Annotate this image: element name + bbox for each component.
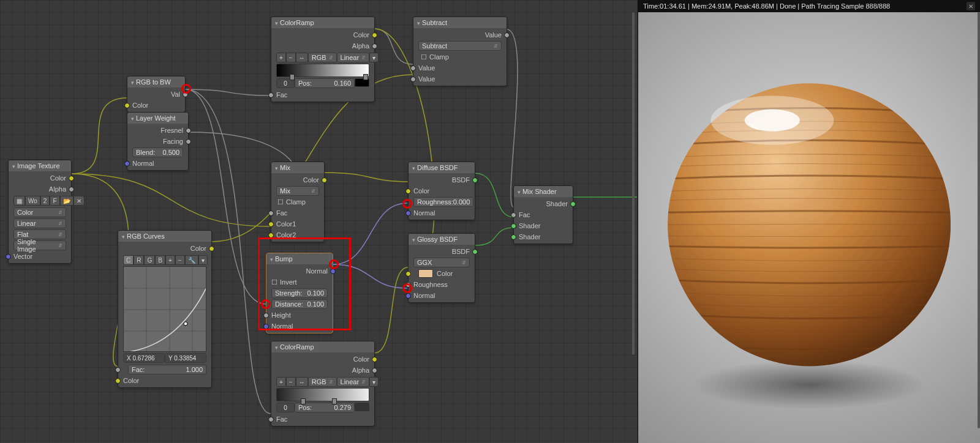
tab-c[interactable]: C (123, 255, 134, 265)
operation-select[interactable]: Subtract⇵ (418, 41, 502, 51)
curve-graph[interactable] (123, 266, 206, 352)
node-mix-shader[interactable]: Mix Shader Shader Fac Shader Shader (513, 185, 573, 244)
node-title[interactable]: Bump (266, 253, 333, 264)
node-title[interactable]: Mix Shader (514, 186, 573, 197)
ramp-mode-select[interactable]: RGB⇵ (308, 53, 337, 62)
distance-field[interactable]: Distance:0.100 (271, 299, 328, 309)
frame-mode-select[interactable]: Single Image⇵ (13, 240, 66, 250)
ramp-color-swatch[interactable] (355, 403, 369, 411)
interpolation-select[interactable]: Linear⇵ (13, 218, 66, 228)
input-normal: Normal (271, 322, 293, 330)
mix-mode-select[interactable]: Mix⇵ (276, 186, 319, 196)
node-diffuse-bsdf[interactable]: Diffuse BSDF BSDF Color Roughness:0.000 … (408, 162, 475, 220)
texture-fake-user[interactable]: F (50, 196, 59, 206)
output-color: Color (303, 176, 319, 184)
color-ramp-gradient[interactable] (276, 388, 369, 401)
texture-name[interactable]: Wo (25, 196, 40, 206)
tab-b[interactable]: B (155, 255, 165, 265)
close-icon[interactable]: ✕ (967, 2, 975, 10)
input-normal: Normal (413, 209, 435, 217)
clamp-checkbox[interactable]: Clamp (429, 53, 449, 61)
output-value: Value (485, 31, 502, 39)
clamp-checkbox[interactable]: Clamp (286, 198, 306, 206)
svg-point-8 (692, 360, 926, 409)
blend-field[interactable]: Blend:0.500 (132, 147, 183, 157)
node-title[interactable]: Image Texture (9, 160, 71, 171)
ramp-index[interactable]: 0 (276, 403, 295, 412)
node-glossy-bsdf[interactable]: Glossy BSDF BSDF GGX⇵ Color Roughness No… (408, 233, 475, 303)
texture-browse-icon[interactable]: ▦ (13, 196, 25, 206)
color-space-select[interactable]: Color⇵ (13, 207, 66, 217)
node-colorramp-2[interactable]: ColorRamp Color Alpha + − ↔ RGB⇵ Linear⇵… (271, 341, 375, 426)
input-vector: Vector (13, 253, 32, 260)
color-ramp-gradient[interactable] (276, 64, 369, 77)
color-swatch[interactable] (418, 269, 433, 278)
texture-open-icon[interactable]: 📂 (60, 196, 74, 206)
ramp-add-icon[interactable]: + (276, 53, 286, 62)
node-title[interactable]: RGB to BW (127, 76, 185, 87)
tab-g[interactable]: G (144, 255, 155, 265)
node-title[interactable]: Layer Weight (127, 113, 188, 124)
roughness-field[interactable]: Roughness:0.000 (413, 197, 473, 207)
output-alpha: Alpha (352, 367, 369, 374)
ramp-interp-select[interactable]: Linear⇵ (337, 53, 370, 62)
node-title[interactable]: Diffuse BSDF (409, 162, 475, 173)
svg-point-6 (184, 322, 187, 326)
input-normal: Normal (132, 160, 154, 167)
input-fac: Fac (276, 91, 287, 99)
node-title[interactable]: Mix (271, 162, 324, 173)
tab-r[interactable]: R (134, 255, 144, 265)
preview-scrollbar[interactable] (976, 0, 980, 443)
node-title[interactable]: RGB Curves (118, 231, 211, 242)
output-color: Color (353, 356, 369, 363)
curve-x-value[interactable]: X 0.67286 (123, 353, 165, 363)
input-shader-1: Shader (519, 222, 540, 229)
node-rgb-curves[interactable]: RGB Curves Color C R G B + − 🔧 ▾ X 0.672… (118, 230, 212, 388)
node-image-texture[interactable]: Image Texture Color Alpha ▦ Wo 2 F 📂 ✕ C… (8, 160, 72, 264)
input-normal: Normal (413, 292, 435, 299)
ramp-remove-icon[interactable]: − (286, 377, 296, 387)
node-bump[interactable]: Bump Normal ☐Invert Strength:0.100 Dista… (266, 253, 333, 333)
input-value-2: Value (418, 75, 435, 83)
editor-scrollbar[interactable] (631, 0, 635, 443)
svg-point-11 (745, 109, 800, 131)
node-title[interactable]: ColorRamp (271, 341, 374, 352)
node-layer-weight[interactable]: Layer Weight Fresnel Facing Blend:0.500 … (127, 112, 189, 171)
strength-field[interactable]: Strength:0.100 (271, 288, 328, 298)
ramp-flip-icon[interactable]: ↔ (296, 377, 308, 387)
ramp-mode-select[interactable]: RGB⇵ (308, 377, 337, 387)
distribution-select[interactable]: GGX⇵ (413, 258, 470, 267)
render-preview-panel: Time:01:34.61 | Mem:24.91M, Peak:48.86M … (638, 0, 980, 443)
node-colorramp-1[interactable]: ColorRamp Color Alpha + − ↔ RGB⇵ Linear⇵… (271, 17, 375, 102)
ramp-remove-icon[interactable]: − (286, 53, 296, 62)
node-mix-rgb[interactable]: Mix Color Mix⇵ ☐Clamp Fac Color1 Color2 (271, 162, 325, 242)
curve-y-value[interactable]: Y 0.33854 (165, 353, 206, 363)
input-color: Color (132, 102, 148, 109)
texture-unlink-icon[interactable]: ✕ (74, 196, 85, 206)
input-shader-2: Shader (519, 233, 540, 240)
curve-tools-plus-icon[interactable]: + (165, 255, 175, 265)
node-title[interactable]: Glossy BSDF (409, 234, 475, 245)
curve-tools-wrench-icon[interactable]: 🔧 (185, 255, 198, 265)
input-fac: Fac (276, 209, 287, 217)
node-title[interactable]: ColorRamp (271, 17, 374, 28)
node-rgb-to-bw[interactable]: RGB to BW Val Color (127, 76, 186, 113)
input-color1: Color1 (276, 220, 296, 228)
ramp-pos-field[interactable]: Pos:0.160 (295, 78, 355, 88)
ramp-interp-select[interactable]: Linear⇵ (337, 377, 370, 387)
ramp-menu-icon[interactable]: ▾ (369, 377, 379, 387)
ramp-menu-icon[interactable]: ▾ (369, 53, 379, 62)
input-fac: Fac (276, 415, 287, 423)
ramp-flip-icon[interactable]: ↔ (296, 53, 308, 62)
input-color2: Color2 (276, 231, 296, 239)
fac-field[interactable]: Fac:1.000 (128, 365, 206, 374)
output-color: Color (50, 174, 66, 182)
curve-tools-minus-icon[interactable]: − (175, 255, 185, 265)
ramp-add-icon[interactable]: + (276, 377, 286, 387)
render-preview-image[interactable] (638, 12, 980, 443)
invert-checkbox[interactable]: Invert (280, 278, 297, 286)
curve-tools-menu-icon[interactable]: ▾ (198, 255, 208, 265)
texture-users[interactable]: 2 (40, 196, 50, 206)
node-title[interactable]: Subtract (413, 17, 507, 28)
node-subtract[interactable]: Subtract Value Subtract⇵ ☐Clamp Value Va… (413, 17, 507, 86)
